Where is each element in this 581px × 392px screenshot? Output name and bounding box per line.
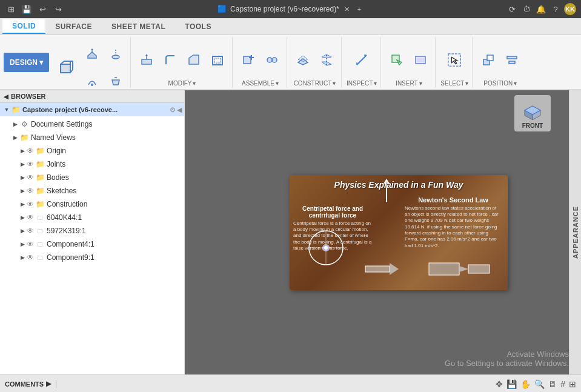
loft-icon — [108, 74, 123, 88]
select-button[interactable] — [443, 47, 465, 73]
shell-button[interactable] — [207, 47, 228, 73]
undo-icon[interactable]: ↩ — [36, 3, 48, 15]
measure-icon — [354, 53, 369, 67]
press-pull-button[interactable] — [136, 47, 158, 73]
chamfer-button[interactable] — [183, 47, 205, 73]
tree-item-sketches[interactable]: ▶ 👁 📁 Sketches — [0, 184, 184, 198]
tree-item-component4[interactable]: ▶ 👁 □ Component4:1 — [0, 238, 184, 251]
item4-arrow: ▶ — [18, 253, 27, 262]
grid-tool-icon[interactable]: # — [560, 379, 565, 389]
sync-icon[interactable]: ⟳ — [506, 3, 518, 15]
svg-rect-40 — [509, 61, 515, 64]
tree-item-doc-settings[interactable]: ▶ ⚙ Document Settings — [0, 118, 184, 131]
sketches-eye-icon[interactable]: 👁 — [27, 187, 34, 195]
move-tool-icon[interactable]: ✥ — [496, 379, 503, 389]
canvas-right-section: Newton's Second Law Newtons second law s… — [405, 196, 502, 250]
front-view-indicator[interactable]: FRONT — [514, 95, 551, 131]
tab-surface[interactable]: SURFACE — [45, 20, 102, 33]
insert-derive-button[interactable] — [386, 47, 408, 73]
doc-settings-arrow: ▶ — [11, 120, 19, 128]
account-avatar[interactable]: KK — [564, 3, 576, 15]
item4-eye-icon[interactable]: 👁 — [27, 253, 34, 262]
new-component-button[interactable] — [237, 47, 259, 73]
redo-icon[interactable]: ↪ — [52, 3, 64, 15]
save-tool-icon[interactable]: 💾 — [506, 379, 517, 389]
zoom-tool-icon[interactable]: 🔍 — [534, 379, 545, 389]
fillet-button[interactable] — [159, 47, 181, 73]
svg-marker-32 — [397, 60, 402, 65]
help-icon[interactable]: ? — [549, 3, 562, 15]
offset-plane-button[interactable] — [292, 47, 314, 73]
tree-item-component9[interactable]: ▶ 👁 □ Component9:1 — [0, 251, 184, 264]
tree-item-5972k319[interactable]: ▶ 👁 □ 5972K319:1 — [0, 224, 184, 238]
item1-eye-icon[interactable]: 👁 — [27, 213, 34, 222]
measure-button[interactable] — [351, 47, 373, 73]
midplane-button[interactable] — [316, 47, 337, 73]
pan-tool-icon[interactable]: ✋ — [520, 379, 531, 389]
create-box-button[interactable] — [54, 51, 79, 85]
tab-tools[interactable]: TOOLS — [175, 20, 221, 33]
inspect-icons — [351, 38, 373, 79]
sweep-button[interactable] — [105, 42, 127, 67]
insert-label: INSERT ▾ — [396, 79, 422, 87]
move-copy-button[interactable] — [477, 47, 499, 73]
item3-eye-icon[interactable]: 👁 — [27, 240, 34, 248]
bell-icon[interactable]: 🔔 — [535, 3, 547, 15]
insert-canvas-button[interactable] — [410, 47, 431, 73]
appearance-panel[interactable]: APPEARANCE — [569, 90, 581, 374]
settings-gear[interactable]: ⚙ — [170, 106, 176, 114]
svg-marker-51 — [459, 266, 468, 272]
project-root[interactable]: ▼ 📁 Capstone project (v6-recove... ⚙ ◀ — [0, 103, 184, 116]
extrude-button[interactable] — [81, 42, 103, 67]
bodies-eye-icon[interactable]: 👁 — [27, 173, 34, 182]
design-button[interactable]: DESIGN ▾ — [4, 53, 49, 72]
joint-button[interactable] — [261, 47, 283, 73]
tree-item-6040k44[interactable]: ▶ 👁 □ 6040K44:1 — [0, 211, 184, 224]
sketches-label: Sketches — [47, 187, 76, 195]
close-tab-icon[interactable]: ✕ — [343, 5, 351, 13]
comments-expand[interactable]: ▶ — [46, 380, 51, 388]
shell-icon — [210, 53, 225, 67]
select-icon — [447, 53, 462, 67]
svg-point-22 — [272, 58, 277, 62]
save-icon[interactable]: 💾 — [21, 3, 33, 15]
browser-title: BROWSER — [11, 93, 45, 100]
svg-marker-10 — [112, 80, 119, 85]
tab-solid[interactable]: SOLID — [2, 19, 45, 34]
add-tab-icon[interactable]: + — [355, 5, 364, 13]
status-right: ✥ 💾 ✋ 🔍 🖥 # ⊞ — [496, 379, 576, 389]
clock-icon[interactable]: ⏱ — [520, 3, 533, 15]
joints-eye-icon[interactable]: 👁 — [27, 160, 34, 168]
named-views-folder-icon: 📁 — [19, 133, 29, 142]
item3-label: Component4:1 — [47, 240, 95, 248]
app-grid-icon[interactable]: ⊞ — [5, 3, 17, 15]
window-title: Capstone project (v6~recovered)* — [230, 5, 339, 13]
item2-label: 5972K319:1 — [47, 227, 86, 235]
tree-item-origin[interactable]: ▶ 👁 📁 Origin — [0, 144, 184, 158]
canvas-area[interactable]: Physics Explained in a Fun Way Newton's … — [185, 90, 569, 374]
layout-tool-icon[interactable]: ⊞ — [569, 379, 576, 389]
doc-settings-label: Document Settings — [31, 120, 92, 128]
construction-eye-icon[interactable]: 👁 — [27, 200, 34, 208]
item3-arrow: ▶ — [18, 240, 27, 248]
tree-item-bodies[interactable]: ▶ 👁 📁 Bodies — [0, 171, 184, 184]
comments-label[interactable]: COMMENTS — [5, 380, 44, 388]
svg-marker-4 — [88, 52, 96, 58]
item4-label: Component9:1 — [47, 253, 95, 262]
origin-eye-icon[interactable]: 👁 — [27, 147, 34, 155]
item2-eye-icon[interactable]: 👁 — [27, 227, 34, 235]
align-button[interactable] — [501, 47, 523, 73]
tree-item-construction[interactable]: ▶ 👁 📁 Construction — [0, 198, 184, 211]
bodies-label: Bodies — [47, 173, 69, 182]
insert-derive-icon — [390, 53, 404, 67]
press-pull-icon — [139, 53, 154, 67]
tree-item-joints[interactable]: ▶ 👁 📁 Joints — [0, 158, 184, 171]
collapse-panel[interactable]: ◀ — [177, 106, 182, 114]
titlebar-right: ⟳ ⏱ 🔔 ? KK — [506, 3, 576, 15]
svg-line-28 — [357, 55, 367, 65]
tab-sheet-metal[interactable]: SHEET METAL — [102, 20, 175, 33]
collapse-icon[interactable]: ◀ — [4, 93, 8, 100]
extrude-icon — [85, 47, 99, 62]
tree-item-named-views[interactable]: ▶ 📁 Named Views — [0, 131, 184, 144]
display-tool-icon[interactable]: 🖥 — [548, 379, 557, 389]
